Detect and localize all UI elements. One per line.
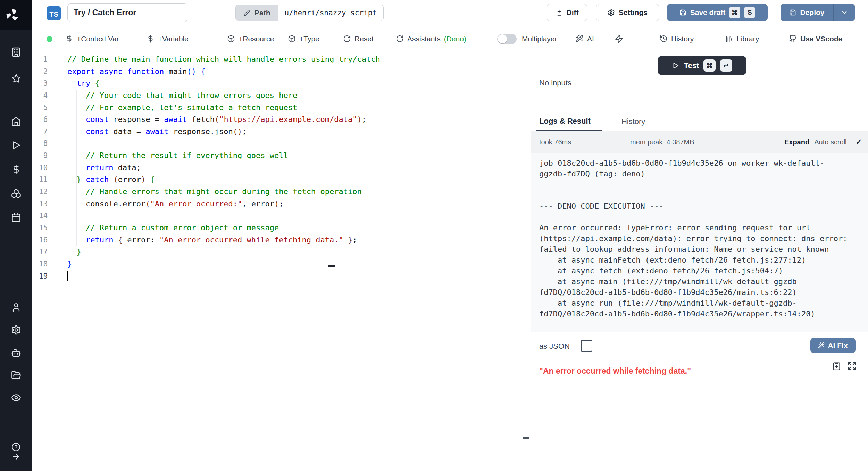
code-line[interactable]: 13 console.error("An error occurred:", e… [32, 198, 531, 210]
cmd-key-chip: ⌘ [703, 59, 716, 72]
schedules-calendar-icon[interactable] [0, 213, 32, 223]
multiplayer-item: Multiplayer [497, 26, 557, 51]
tab-history[interactable]: History [618, 112, 649, 131]
deploy-button[interactable]: Deploy [781, 4, 855, 21]
save-draft-button[interactable]: Save draft ⌘ S [667, 4, 768, 21]
line-number: 2 [32, 66, 48, 78]
add-variable-button[interactable]: +Variable [147, 26, 189, 51]
run-metrics-bar: took 76ms mem peak: 4.387MB Expand Auto … [531, 131, 868, 153]
use-vscode-button[interactable]: Use VScode [789, 26, 842, 51]
assistants-label: Assistants [407, 35, 441, 43]
code-line[interactable]: 10 return data; [32, 162, 531, 174]
test-button[interactable]: Test ⌘ ↵ [658, 56, 746, 75]
runs-play-icon[interactable] [0, 140, 32, 150]
wand-icon [576, 35, 584, 43]
code-line[interactable]: 17 } [32, 246, 531, 258]
help-circle-icon[interactable] [0, 443, 32, 452]
script-title-input[interactable] [67, 3, 187, 22]
windmill-logo[interactable] [0, 0, 32, 30]
line-number: 7 [32, 126, 48, 138]
sidebar-divider [0, 30, 32, 30]
add-variable-label: +Variable [158, 35, 189, 43]
save-icon [679, 9, 686, 16]
line-number: 6 [32, 114, 48, 126]
code-line[interactable]: 14 [32, 210, 531, 222]
code-line[interactable]: 12 // Handle errors that might occur dur… [32, 186, 531, 198]
code-line[interactable]: 8 [32, 138, 531, 150]
line-number: 13 [32, 198, 48, 210]
use-vscode-label: Use VScode [800, 35, 842, 43]
line-number: 11 [32, 174, 48, 186]
folder-open-icon[interactable] [0, 370, 32, 380]
expand-button[interactable]: Expand [784, 138, 809, 146]
deploy-dropdown-button[interactable] [834, 9, 855, 16]
code-line[interactable]: 6 const response = await fetch("https://… [32, 114, 531, 126]
code-line[interactable]: 5 // For example, let's simulate a fetch… [32, 102, 531, 114]
gear-icon [608, 9, 615, 16]
settings-label: Settings [619, 8, 648, 17]
expand-result-icon[interactable] [847, 361, 857, 371]
as-json-checkbox[interactable] [581, 340, 592, 352]
diff-button[interactable]: Diff [547, 4, 587, 21]
user-icon[interactable] [0, 303, 32, 313]
enter-key-chip: ↵ [720, 59, 732, 72]
add-resource-label: +Resource [239, 35, 274, 43]
line-number: 16 [32, 234, 48, 246]
code-line[interactable]: 7 const data = await response.json(); [32, 126, 531, 138]
package-icon [227, 35, 235, 43]
add-context-var-button[interactable]: +Context Var [65, 26, 119, 51]
multiplayer-label: Multiplayer [522, 35, 557, 43]
code-line[interactable]: 18} [32, 258, 531, 270]
code-line[interactable]: 2export async function main() { [32, 66, 531, 78]
code-editor[interactable]: 1// Define the main function which will … [32, 51, 531, 471]
code-line[interactable]: 15 // Return a custom error object or me… [32, 222, 531, 234]
library-icon [725, 35, 733, 43]
zap-icon [615, 34, 624, 43]
line-number: 10 [32, 162, 48, 174]
dollar-icon [65, 35, 73, 43]
typescript-badge: TS [47, 6, 61, 20]
toggle-knob [498, 34, 507, 43]
reset-button[interactable]: Reset [343, 26, 374, 51]
code-line[interactable]: 1// Define the main function which will … [32, 53, 531, 66]
line-number: 9 [32, 150, 48, 162]
sidebar-divider [0, 94, 32, 94]
add-context-var-label: +Context Var [77, 35, 119, 43]
copy-clipboard-icon[interactable] [832, 361, 841, 371]
home-icon[interactable] [0, 117, 32, 127]
collapse-arrow-icon[interactable] [0, 452, 32, 461]
ai-fix-button[interactable]: AI Fix [810, 338, 856, 353]
line-number: 18 [32, 258, 48, 270]
refresh-icon [396, 35, 404, 43]
lightning-button[interactable] [615, 26, 624, 51]
code-line[interactable]: 19 [32, 270, 531, 282]
code-line[interactable]: 3 try { [32, 77, 531, 90]
path-button[interactable]: Path u/henri/snazzy_script [235, 5, 384, 21]
autoscroll-toggle[interactable]: Auto scroll [814, 138, 846, 146]
add-type-button[interactable]: +Type [288, 26, 319, 51]
tab-logs-result[interactable]: Logs & Result [536, 112, 602, 131]
assistants-button[interactable]: Assistants (Deno) [396, 26, 466, 51]
variables-dollar-icon[interactable] [0, 165, 32, 175]
diff-icon [556, 9, 563, 16]
workspace-building-icon[interactable] [0, 47, 32, 57]
history-button[interactable]: History [660, 26, 694, 51]
code-line[interactable]: 4 // Your code that might throw errors g… [32, 90, 531, 102]
code-line[interactable]: 9 // Return the result if everything goe… [32, 150, 531, 162]
audit-eye-icon[interactable] [0, 393, 32, 403]
diff-label: Diff [567, 8, 579, 17]
workers-robot-icon[interactable] [0, 348, 32, 358]
resources-boxes-icon[interactable] [0, 189, 32, 199]
code-line[interactable]: 11 } catch (error) { [32, 174, 531, 186]
code-line[interactable]: 16 return { error: "An error occurred wh… [32, 234, 531, 246]
library-label: Library [737, 35, 759, 43]
line-number: 14 [32, 210, 48, 222]
github-cat-icon [789, 35, 797, 43]
multiplayer-toggle[interactable] [497, 34, 517, 44]
settings-button[interactable]: Settings [596, 4, 659, 21]
settings-gear-icon[interactable] [0, 325, 32, 335]
add-resource-button[interactable]: +Resource [227, 26, 274, 51]
favorites-star-icon[interactable] [0, 74, 32, 84]
library-button[interactable]: Library [725, 26, 759, 51]
ai-button[interactable]: AI [576, 26, 594, 51]
